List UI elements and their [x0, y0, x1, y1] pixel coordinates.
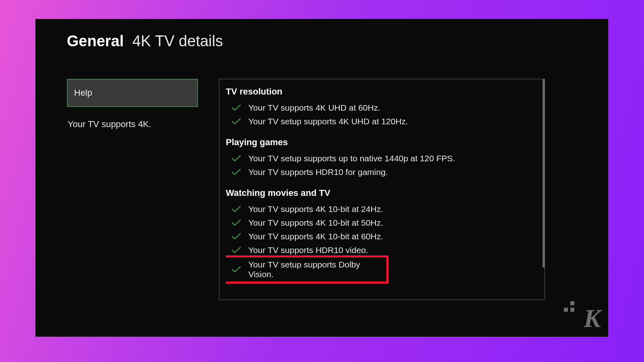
capability-text: Your TV setup supports Dolby Vision.: [248, 260, 387, 279]
capability-text: Your TV supports 4K 10-bit at 24Hz.: [248, 204, 383, 214]
help-button-label: Help: [74, 88, 92, 98]
settings-window: General 4K TV details Help Your TV suppo…: [35, 19, 608, 337]
capability-text: Your TV setup supports 4K UHD at 120Hz.: [248, 117, 408, 126]
tv-details-panel: TV resolutionYour TV supports 4K UHD at …: [219, 79, 545, 300]
capability-item: Your TV supports HDR10 for gaming.: [226, 165, 537, 179]
capability-text: Your TV setup supports up to native 1440…: [248, 154, 455, 163]
check-icon: [231, 266, 241, 273]
page-header: General 4K TV details: [35, 19, 608, 50]
capability-text: Your TV supports 4K 10-bit at 50Hz.: [248, 218, 383, 228]
capability-item: Your TV supports 4K 10-bit at 60Hz.: [226, 230, 537, 243]
details-section: TV resolutionYour TV supports 4K UHD at …: [226, 86, 537, 128]
watermark-logo: K: [584, 304, 601, 333]
check-icon: [231, 169, 241, 176]
capability-text: Your TV supports HDR10 for gaming.: [248, 167, 388, 177]
section-title: TV resolution: [226, 86, 537, 97]
section-title: Watching movies and TV: [226, 188, 537, 198]
capability-item: Your TV supports 4K UHD at 60Hz.: [226, 101, 537, 115]
details-scroll-area[interactable]: TV resolutionYour TV supports 4K UHD at …: [226, 86, 537, 292]
page-title: General 4K TV details: [67, 33, 608, 50]
check-icon: [231, 233, 241, 240]
capability-item: Your TV setup supports up to native 1440…: [226, 152, 537, 165]
capability-text: Your TV supports 4K 10-bit at 60Hz.: [248, 232, 383, 241]
tv-status-text: Your TV supports 4K.: [67, 119, 198, 130]
capability-item: Your TV supports 4K 10-bit at 24Hz.: [226, 202, 537, 216]
capability-text: Your TV supports 4K UHD at 60Hz.: [248, 103, 380, 113]
content-area: Help Your TV supports 4K. TV resolutionY…: [35, 50, 608, 300]
details-section: Playing gamesYour TV setup supports up t…: [226, 137, 537, 179]
check-icon: [231, 219, 241, 226]
check-icon: [231, 206, 241, 213]
check-icon: [231, 104, 241, 111]
scrollbar[interactable]: [543, 79, 545, 267]
section-title: Capturing games: [226, 291, 537, 292]
details-section: Capturing games: [226, 291, 537, 292]
header-category: General: [67, 33, 124, 49]
watermark-dots: [564, 301, 574, 312]
capability-item-highlighted: Your TV setup supports Dolby Vision.: [226, 257, 387, 282]
check-icon: [231, 155, 241, 162]
capability-item: Your TV supports HDR10 video.: [226, 243, 537, 257]
capability-item: Your TV setup supports 4K UHD at 120Hz.: [226, 115, 537, 128]
capability-item: Your TV supports 4K 10-bit at 50Hz.: [226, 216, 537, 230]
check-icon: [231, 247, 241, 254]
details-section: Watching movies and TVYour TV supports 4…: [226, 188, 537, 282]
help-button[interactable]: Help: [67, 79, 198, 107]
left-panel: Help Your TV supports 4K.: [67, 79, 198, 300]
capability-text: Your TV supports HDR10 video.: [248, 245, 368, 255]
check-icon: [231, 118, 241, 125]
section-title: Playing games: [226, 137, 537, 148]
header-subtitle: 4K TV details: [132, 33, 223, 49]
